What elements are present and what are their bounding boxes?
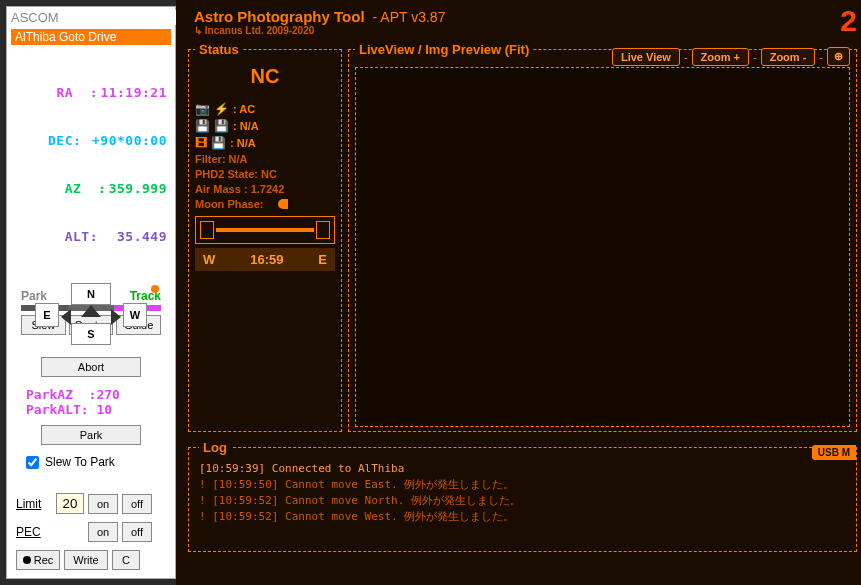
filter-status: Filter: N/A: [195, 153, 335, 165]
moon-phase-label: Moon Phase:: [195, 198, 263, 210]
move-south-button[interactable]: S: [71, 323, 111, 345]
badge-number: 2: [840, 4, 857, 38]
status-legend: Status: [195, 42, 243, 57]
log-legend: Log: [199, 440, 231, 455]
status-dot-icon: [151, 285, 159, 293]
time-direction-bar: W 16:59 E: [195, 248, 335, 271]
bolt-icon: ⚡: [214, 102, 229, 116]
driver-name: AlThiba Goto Drive: [11, 29, 171, 45]
arrow-up-icon: [81, 305, 101, 317]
phd2-status: PHD2 State: NC: [195, 168, 335, 180]
move-north-button[interactable]: N: [71, 283, 111, 305]
pec-label: PEC: [16, 525, 52, 539]
airmass-status: Air Mass : 1.7242: [195, 183, 335, 195]
mount-control-sidebar: ✕ AlThiba Goto Drive RA :11:19:21 DEC:+9…: [6, 6, 176, 579]
log-line: ! [10:59:50] Cannot move East. 例外が発生しました…: [199, 477, 846, 493]
log-line: [10:59:39] Connected to AlThiba: [199, 461, 846, 477]
app-copyright: Incanus Ltd. 2009-2020: [184, 25, 861, 42]
main-area: 2 Astro Photography Tool - APT v3.87 Inc…: [176, 0, 861, 585]
usb-monitor-badge[interactable]: USB M: [812, 445, 856, 460]
move-east-button[interactable]: E: [35, 303, 59, 327]
c-button[interactable]: C: [112, 550, 140, 570]
filter-icon: 🎞: [195, 136, 207, 150]
app-title: Astro Photography Tool: [194, 8, 365, 25]
camera-icon: 📷: [195, 102, 210, 116]
app-version: - APT v3.87: [373, 9, 446, 25]
log-line: ! [10:59:52] Cannot move West. 例外が発生しました…: [199, 509, 846, 525]
log-line: ! [10:59:52] Cannot move North. 例外が発生しまし…: [199, 493, 846, 509]
move-west-button[interactable]: W: [123, 303, 147, 327]
limit-on-button[interactable]: on: [88, 494, 118, 514]
exposure-slider[interactable]: [195, 216, 335, 244]
time-value: 16:59: [250, 252, 283, 267]
arrow-right-icon: [111, 309, 121, 325]
ra-value: 11:19:21: [100, 85, 167, 100]
log-panel: Log USB M [10:59:39] Connected to AlThib…: [188, 440, 857, 552]
mode-park: Park: [21, 289, 47, 303]
image-preview-area[interactable]: [355, 67, 850, 427]
storage-icon: 💾: [195, 119, 210, 133]
ascom-name-input[interactable]: [11, 10, 179, 25]
crosshair-button[interactable]: ⊕: [827, 47, 850, 66]
pec-off-button[interactable]: off: [122, 522, 152, 542]
zoom-in-button[interactable]: Zoom +: [692, 48, 749, 66]
arrow-left-icon: [61, 309, 71, 325]
limit-off-button[interactable]: off: [122, 494, 152, 514]
write-button[interactable]: Write: [64, 550, 108, 570]
zoom-out-button[interactable]: Zoom -: [761, 48, 816, 66]
status-panel: Status NC 📷⚡: AC 💾💾: N/A 🎞💾: N/A Filter:…: [188, 42, 342, 432]
park-button[interactable]: Park: [41, 425, 141, 445]
storage2-icon: 💾: [214, 119, 229, 133]
moon-icon: [278, 199, 288, 209]
connection-status: NC: [195, 65, 335, 88]
disk-icon: 💾: [211, 136, 226, 150]
live-view-button[interactable]: Live View: [612, 48, 680, 66]
coordinates-readout: RA :11:19:21 DEC:+90*00:00 AZ :359.999 A…: [7, 47, 175, 281]
slew-to-park-checkbox[interactable]: Slew To Park: [26, 455, 156, 469]
pec-on-button[interactable]: on: [88, 522, 118, 542]
alt-value: 35.449: [109, 229, 167, 244]
preview-panel: LiveView / Img Preview (Fit) Live View -…: [348, 42, 857, 432]
az-value: 359.999: [109, 181, 167, 196]
limit-label: Limit: [16, 497, 52, 511]
preview-legend: LiveView / Img Preview (Fit): [355, 42, 533, 57]
record-icon: [23, 556, 31, 564]
rec-button[interactable]: Rec: [16, 550, 60, 570]
slider-right-icon: [316, 221, 330, 239]
dec-value: +90*00:00: [92, 133, 167, 148]
west-label: W: [203, 252, 215, 267]
east-label: E: [318, 252, 327, 267]
slew-to-park-input[interactable]: [26, 456, 39, 469]
limit-input[interactable]: [56, 493, 84, 514]
log-lines: [10:59:39] Connected to AlThiba! [10:59:…: [199, 461, 846, 525]
slider-left-icon: [200, 221, 214, 239]
park-position: ParkAZ :270 ParkALT: 10: [26, 387, 156, 417]
abort-button[interactable]: Abort: [41, 357, 141, 377]
